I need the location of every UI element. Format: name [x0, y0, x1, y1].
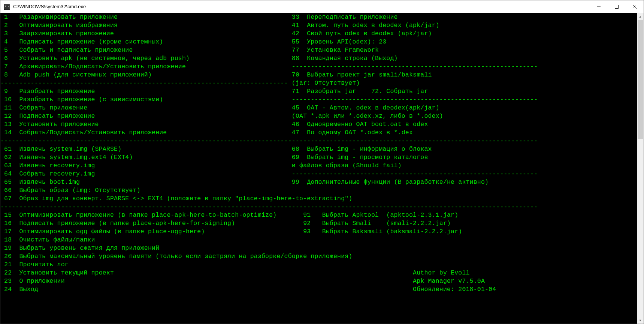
terminal-output[interactable]: 1 Разархивировать приложение 33 Переподп… [0, 13, 637, 324]
scroll-up-arrow[interactable]: ▲ [637, 13, 644, 20]
svg-text:C:\: C:\ [5, 5, 9, 8]
window-title: C:\WINDOWS\system32\cmd.exe [13, 4, 590, 9]
scrollbar[interactable]: ▲ ▼ [637, 13, 644, 324]
scroll-down-arrow[interactable]: ▼ [637, 317, 644, 324]
close-button[interactable] [626, 0, 644, 13]
scroll-thumb[interactable] [638, 20, 643, 139]
cmd-icon: C:\ [4, 4, 10, 10]
cmd-window: C:\ C:\WINDOWS\system32\cmd.exe 1 Разарх… [0, 0, 644, 324]
terminal-area: 1 Разархивировать приложение 33 Переподп… [0, 13, 644, 324]
maximize-button[interactable] [608, 0, 626, 13]
titlebar[interactable]: C:\ C:\WINDOWS\system32\cmd.exe [0, 0, 644, 13]
svg-rect-4 [615, 5, 619, 8]
scroll-track[interactable] [637, 20, 644, 317]
window-controls [590, 0, 644, 13]
minimize-button[interactable] [590, 0, 608, 13]
